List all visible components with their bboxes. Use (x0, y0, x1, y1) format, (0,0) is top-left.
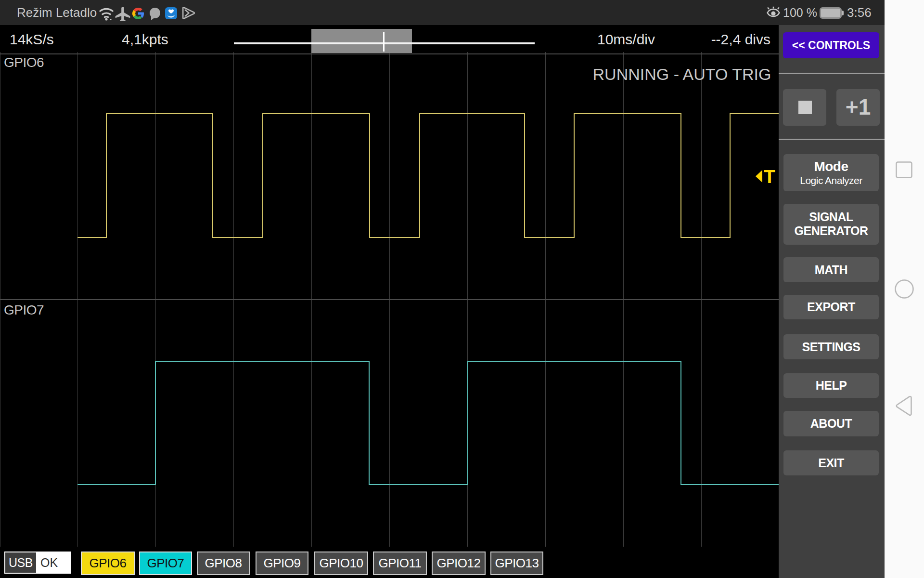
svg-text:T: T (764, 166, 775, 187)
